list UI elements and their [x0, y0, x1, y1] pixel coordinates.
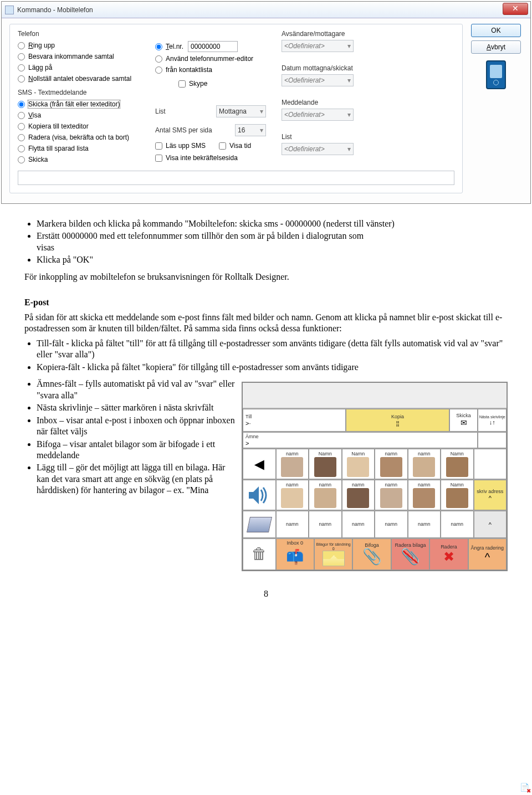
contact-cell[interactable]: namn	[408, 449, 441, 479]
contact-cell[interactable]: Namn	[342, 449, 375, 479]
right-column: Avsändare/mottagare <Odefinierat> Datum …	[282, 30, 376, 165]
kopia-field[interactable]: Kopia ¦¦	[346, 409, 449, 432]
skriv-adress[interactable]: skriv adress^	[474, 480, 507, 510]
mobile-phone-icon	[486, 60, 506, 89]
speaker-icon	[247, 483, 272, 507]
contact-cell[interactable]: Namn	[309, 449, 342, 479]
radio-kopiera[interactable]: Kopiera till texteditor	[18, 122, 140, 130]
trash-cell[interactable]: 🗑	[243, 538, 276, 570]
list-item: Markera bilden och klicka på kommando "M…	[37, 218, 508, 229]
till-field[interactable]: Till >·	[243, 409, 346, 432]
radio-skicka-falt[interactable]: Skicka (från fält eller texteditor)	[18, 100, 140, 108]
kommando-dialog: Kommando - Mobiltelefon ✕ Telefon Ring u…	[1, 1, 531, 204]
per-page-row: Antal SMS per sida 16	[155, 124, 266, 136]
dialog-icon	[5, 6, 14, 14]
contact-cell[interactable]: namn	[375, 480, 408, 510]
spacer-cell	[474, 449, 507, 479]
angra-cell[interactable]: Ångra radering^	[468, 538, 507, 570]
contact-cell[interactable]: namn	[342, 511, 375, 538]
radio-telnr[interactable]: Tel.nr.	[155, 43, 183, 50]
per-page-label: Antal SMS per sida	[155, 126, 212, 134]
contact-cell[interactable]: namn	[408, 511, 441, 538]
eraser-icon	[247, 517, 272, 532]
message-dropdown[interactable]: <Odefinierat>	[282, 109, 354, 121]
checkbox-las-upp[interactable]: Läs upp SMS	[155, 142, 206, 150]
list-label: List	[155, 107, 166, 115]
list-item: Klicka på "OK"	[37, 254, 508, 265]
checkbox-visa-tid[interactable]: Visa tid	[219, 142, 251, 150]
contact-cell[interactable]: namn	[375, 511, 408, 538]
contact-cell[interactable]: namn	[276, 511, 309, 538]
contact-cell[interactable]: Namn	[441, 480, 474, 510]
bottom-textfield[interactable]	[18, 171, 454, 185]
sender-dropdown[interactable]: <Odefinierat>	[282, 40, 354, 52]
bullet-list-1: Markera bilden och klicka på kommando "M…	[24, 218, 508, 266]
date-label: Datum mottagna/skickat	[282, 64, 376, 72]
eraser-cell[interactable]	[243, 511, 276, 538]
cancel-button[interactable]: Avbryt	[471, 40, 521, 54]
radio-flytta[interactable]: Flytta till sparad lista	[18, 145, 140, 152]
contact-cell[interactable]: namn	[342, 480, 375, 510]
radio-visa[interactable]: Visa	[18, 111, 140, 119]
speaker-icon-cell[interactable]	[243, 480, 276, 510]
telefon-label: Telefon	[18, 30, 140, 38]
paragraph: På sidan för att skicka ett meddelande s…	[24, 312, 508, 335]
amne-field[interactable]: Ämne >	[243, 432, 478, 448]
ok-button[interactable]: OK	[471, 24, 521, 37]
contact-cell[interactable]: namn	[375, 449, 408, 479]
back-arrow[interactable]: ◄	[243, 449, 276, 479]
bullet-list-2: Till-fält - klicka på fältet "till" för …	[24, 338, 508, 373]
list-dropdown[interactable]: Mottagna	[216, 105, 266, 117]
telnr-input[interactable]	[188, 41, 238, 52]
contact-cell[interactable]: Namn	[441, 449, 474, 479]
list-item: Erstätt 00000000 med ett telefonnummer s…	[37, 230, 508, 253]
radio-besvara[interactable]: Besvara inkommande samtal	[18, 53, 140, 60]
paperclip-icon: 📎	[362, 548, 382, 566]
nasta-skrivlinje[interactable]: Nästa skrivlinje ↓↑	[478, 409, 507, 432]
mid-column: Tel.nr. Använd telefonnummer-editor från…	[155, 30, 266, 165]
main-groupbox: Telefon Ring upp Besvara inkommande samt…	[9, 24, 463, 193]
email-app-screenshot: Till >· Kopia ¦¦ Skicka ✉ Nästa skrivlin…	[242, 382, 508, 571]
radio-lagg-pa[interactable]: Lägg på	[18, 64, 140, 71]
rightlist-label: List	[282, 133, 376, 141]
contact-cell[interactable]: namn	[408, 480, 441, 510]
page-number: 8	[0, 589, 532, 599]
dialog-titlebar[interactable]: Kommando - Mobiltelefon ✕	[2, 2, 530, 18]
dialog-title: Kommando - Mobiltelefon	[17, 6, 93, 14]
per-page-dropdown[interactable]: 16	[235, 124, 266, 136]
dialog-body: Telefon Ring upp Besvara inkommande samt…	[2, 18, 530, 203]
telefon-column: Telefon Ring upp Besvara inkommande samt…	[18, 30, 140, 165]
radera-cell[interactable]: Radera✖	[429, 538, 468, 570]
list-item: Till-fält - klicka på fältet "till" för …	[37, 338, 508, 361]
radera-bilaga-cell[interactable]: Radera bilaga📎	[391, 538, 429, 570]
paragraph: För inkoppling av mobiltelefon se bruksa…	[24, 271, 508, 283]
contact-cell[interactable]: namn	[276, 449, 309, 479]
contact-cell[interactable]: namn	[309, 480, 342, 510]
radio-ring-upp[interactable]: Ring upp	[18, 42, 140, 49]
contact-cell[interactable]: namn	[309, 511, 342, 538]
document-content: Markera bilden och klicka på kommando "M…	[0, 205, 532, 586]
bilagor-cell[interactable]: Bilagor för sändning 0	[314, 538, 352, 570]
checkbox-skype[interactable]: Skype	[178, 80, 266, 88]
radio-skicka2[interactable]: Skicka	[18, 156, 140, 163]
sms-label: SMS - Textmeddelande	[18, 89, 140, 96]
radio-nollstall[interactable]: Nollställ antalet obesvarade samtal	[18, 75, 140, 83]
contact-cell[interactable]: namn	[276, 480, 309, 510]
radio-editor[interactable]: Använd telefonnummer-editor	[155, 55, 266, 63]
radio-radera[interactable]: Radera (visa, bekräfta och ta bort)	[18, 134, 140, 141]
contact-cell[interactable]: namn	[441, 511, 474, 538]
svg-marker-0	[249, 486, 259, 504]
inbox-cell[interactable]: Inbox 0📫	[276, 538, 314, 570]
bifoga-cell[interactable]: Bifoga📎	[352, 538, 391, 570]
checkbox-no-confirm[interactable]: Visa inte bekräftelsesida	[155, 154, 266, 162]
mailbox-icon: 📫	[284, 546, 306, 568]
epost-heading: E-post	[24, 297, 508, 308]
date-dropdown[interactable]: <Odefinierat>	[282, 74, 354, 86]
message-label: Meddelande	[282, 99, 376, 106]
skicka-button[interactable]: Skicka ✉	[449, 409, 478, 432]
caret-cell[interactable]: ^	[474, 511, 507, 538]
radio-kontaktlista[interactable]: från kontaktlista	[155, 66, 266, 74]
envelope-icon	[323, 551, 345, 566]
close-button[interactable]: ✕	[503, 3, 528, 15]
rightlist-dropdown[interactable]: <Odefinierat>	[282, 143, 354, 155]
